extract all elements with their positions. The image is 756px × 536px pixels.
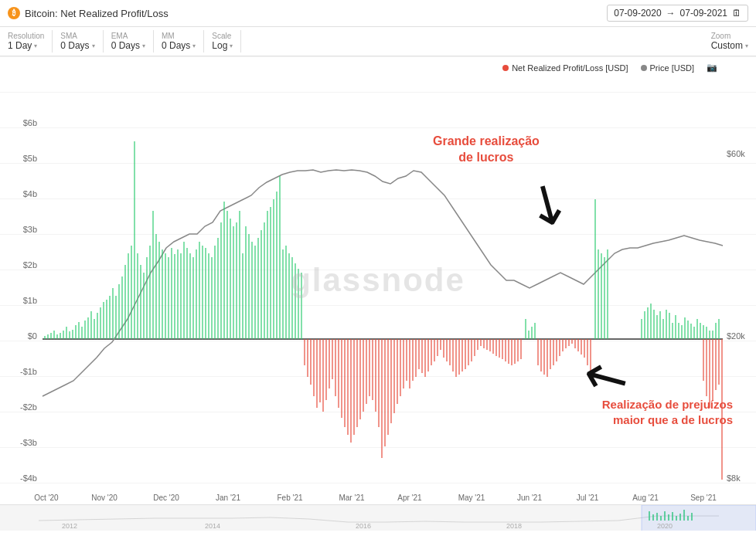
mm-label: MM	[162, 32, 196, 40]
date-range-picker[interactable]: 07-09-2020 → 07-09-2021 🗓	[607, 5, 748, 22]
scale-label: Scale	[212, 32, 233, 40]
svg-text:Mar '21: Mar '21	[339, 494, 364, 502]
sma-chevron: ▾	[92, 42, 95, 49]
ema-label: EMA	[111, 32, 145, 40]
scale-control[interactable]: Scale Log ▾	[204, 30, 241, 53]
legend-profit-loss-label: Net Realized Profit/Loss [USD]	[512, 63, 628, 73]
svg-text:-$3b: -$3b	[20, 438, 37, 447]
legend-profit-loss: Net Realized Profit/Loss [USD]	[502, 63, 628, 73]
svg-text:2016: 2016	[356, 522, 371, 530]
annotation-profit: Grande realizaçãode lucros	[433, 134, 540, 166]
svg-text:$4b: $4b	[23, 189, 37, 198]
ema-value[interactable]: 0 Days ▾	[111, 40, 145, 51]
svg-text:Jan '21: Jan '21	[216, 494, 240, 502]
svg-text:$3b: $3b	[23, 225, 37, 234]
header: ₿ Bitcoin: Net Realized Profit/Loss 07-0…	[0, 0, 756, 27]
resolution-chevron: ▾	[34, 42, 37, 49]
btc-icon: ₿	[8, 7, 20, 19]
svg-text:Jul '21: Jul '21	[577, 494, 599, 502]
legend-profit-loss-dot	[502, 65, 509, 71]
svg-text:-$2b: -$2b	[20, 402, 37, 412]
ema-chevron: ▾	[142, 42, 145, 49]
date-separator: →	[666, 8, 676, 19]
zoom-chevron: ▾	[745, 42, 748, 49]
minimap[interactable]: 2012 2014 2016 2018 2020	[0, 504, 756, 531]
mm-chevron: ▾	[192, 42, 196, 49]
svg-text:May '21: May '21	[458, 494, 485, 502]
svg-text:Aug '21: Aug '21	[632, 494, 659, 502]
svg-text:$6b: $6b	[23, 118, 37, 127]
svg-text:$60k: $60k	[727, 149, 745, 158]
svg-text:$8k: $8k	[727, 473, 741, 483]
zoom-label: Zoom	[711, 32, 748, 40]
svg-text:$2b: $2b	[23, 260, 37, 270]
mm-value[interactable]: 0 Days ▾	[162, 40, 196, 51]
svg-text:-$4b: -$4b	[20, 473, 37, 483]
chart-title-container: ₿ Bitcoin: Net Realized Profit/Loss	[8, 7, 169, 19]
svg-text:2020: 2020	[657, 522, 673, 530]
svg-text:Feb '21: Feb '21	[277, 494, 302, 502]
ema-control[interactable]: EMA 0 Days ▾	[104, 30, 154, 53]
scale-value[interactable]: Log ▾	[212, 40, 233, 51]
legend-price-dot	[641, 65, 647, 71]
sma-label: SMA	[60, 32, 94, 40]
chart-svg: $6b $5b $4b $3b $2b $1b $0 -$1b -$2b -$3…	[0, 56, 756, 504]
calendar-icon[interactable]: 🗓	[732, 8, 741, 19]
svg-text:$5b: $5b	[23, 154, 37, 163]
controls-bar: Resolution 1 Day ▾ SMA 0 Days ▾ EMA 0 Da…	[0, 27, 756, 56]
svg-rect-1	[0, 56, 756, 504]
resolution-value[interactable]: 1 Day ▾	[8, 40, 44, 51]
sma-control[interactable]: SMA 0 Days ▾	[53, 30, 103, 53]
date-end[interactable]: 07-09-2021	[680, 8, 727, 19]
chart-legend: Net Realized Profit/Loss [USD] Price [US…	[502, 63, 717, 73]
svg-text:Dec '20: Dec '20	[153, 494, 179, 502]
zoom-control[interactable]: Zoom Custom ▾	[703, 30, 748, 53]
svg-text:$1b: $1b	[23, 296, 37, 305]
svg-text:2012: 2012	[62, 522, 77, 530]
zoom-value[interactable]: Custom ▾	[711, 40, 748, 51]
svg-text:Apr '21: Apr '21	[397, 494, 422, 502]
svg-text:-$1b: -$1b	[20, 367, 37, 376]
sma-value[interactable]: 0 Days ▾	[60, 40, 94, 51]
svg-text:2014: 2014	[205, 522, 220, 530]
resolution-control[interactable]: Resolution 1 Day ▾	[8, 30, 53, 53]
svg-text:$0: $0	[28, 331, 37, 341]
minimap-svg: 2012 2014 2016 2018 2020	[0, 505, 756, 531]
svg-text:$20k: $20k	[727, 331, 745, 341]
legend-price: Price [USD]	[641, 63, 694, 73]
resolution-label: Resolution	[8, 32, 44, 40]
annotation-profit-text: Grande realizaçãode lucros	[433, 134, 540, 164]
legend-price-label: Price [USD]	[650, 63, 694, 73]
svg-text:Oct '20: Oct '20	[34, 494, 59, 502]
svg-text:Nov '20: Nov '20	[91, 494, 117, 502]
svg-text:Jun '21: Jun '21	[517, 494, 542, 502]
date-start[interactable]: 07-09-2020	[614, 8, 661, 19]
camera-icon[interactable]: 📷	[707, 63, 717, 73]
mm-control[interactable]: MM 0 Days ▾	[154, 30, 204, 53]
svg-text:2018: 2018	[506, 522, 522, 530]
scale-chevron: ▾	[230, 42, 233, 49]
chart-area: $6b $5b $4b $3b $2b $1b $0 -$1b -$2b -$3…	[0, 56, 756, 504]
chart-title: Bitcoin: Net Realized Profit/Loss	[25, 8, 169, 19]
svg-text:Sep '21: Sep '21	[690, 494, 717, 502]
